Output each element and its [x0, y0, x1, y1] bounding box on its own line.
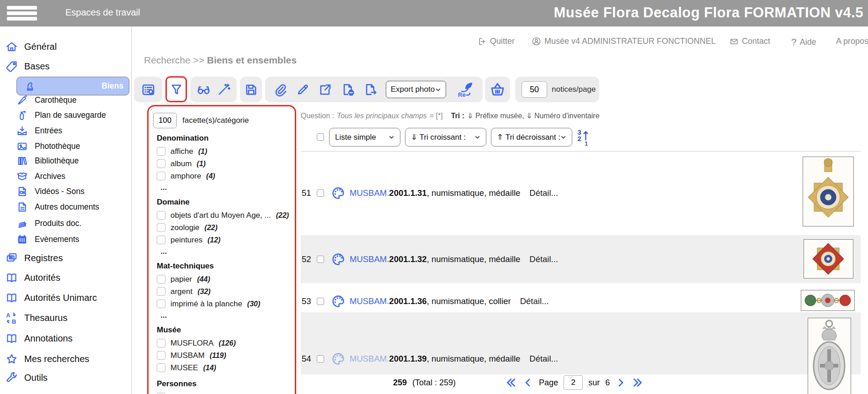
sort-descending-select[interactable]: ⇑ Tri décroissant :	[491, 128, 572, 147]
facet-item[interactable]: MUSEE(14)	[157, 362, 295, 374]
notices-per-page-input[interactable]	[522, 81, 547, 98]
facet-item[interactable]: album(1)	[157, 158, 295, 170]
sidebar-item-autorites[interactable]: Autorités	[5, 270, 60, 285]
filter-facets-button-highlighted[interactable]	[165, 76, 187, 102]
facet-checkbox[interactable]	[157, 351, 165, 360]
facet-item[interactable]: amphore(4)	[157, 170, 295, 182]
facet-checkbox[interactable]	[157, 147, 165, 156]
next-page-button[interactable]	[615, 377, 626, 388]
facet-item[interactable]: peintures(12)	[157, 234, 295, 246]
facet-checkbox[interactable]	[157, 223, 165, 232]
page-number-input[interactable]	[564, 375, 583, 390]
open-external-button[interactable]	[318, 83, 332, 97]
last-page-button[interactable]	[632, 377, 644, 389]
contact-link[interactable]: Contact	[730, 37, 770, 46]
sidebar-item-outils[interactable]: Outils	[5, 370, 48, 385]
sidebar-item-entrees[interactable]: Entrées	[16, 123, 62, 138]
facet-checkbox[interactable]	[157, 339, 165, 347]
list-mode-select[interactable]: Liste simple	[329, 128, 400, 147]
facet-checkbox[interactable]	[157, 172, 165, 180]
sidebar-item-evenements[interactable]: Evènements	[16, 231, 79, 247]
re-index-button[interactable]: Re	[454, 79, 474, 100]
attach-button[interactable]	[273, 83, 288, 97]
sidebar-item-produits-doc[interactable]: Produits doc.	[16, 215, 81, 231]
facet-item[interactable]: zoologie(22)	[157, 221, 295, 234]
photo-icon	[16, 141, 28, 152]
first-page-button[interactable]	[505, 377, 517, 389]
sort-ascending-select[interactable]: ⇓ Tri croissant :	[405, 128, 486, 147]
facet-checkbox[interactable]	[157, 299, 165, 308]
record-thumbnail-collier[interactable]	[801, 290, 855, 311]
glasses-view-button[interactable]	[196, 82, 211, 97]
hamburger-menu-icon[interactable]	[7, 6, 37, 21]
facet-more-link[interactable]: ...	[160, 183, 295, 192]
record-link[interactable]: MUSBAM.	[350, 254, 389, 264]
previous-page-button[interactable]	[522, 377, 533, 388]
detail-link[interactable]: Détail...	[529, 254, 558, 264]
record-thumbnail-medal[interactable]	[803, 157, 854, 226]
detail-link[interactable]: Détail...	[529, 188, 558, 198]
record-link[interactable]: MUSBAM.	[350, 354, 389, 363]
palette-icon[interactable]	[331, 352, 345, 366]
quit-link[interactable]: Quitter	[478, 37, 515, 46]
facet-item[interactable]: argent(32)	[157, 285, 295, 298]
sidebar-item-autorites-unimarc[interactable]: Autorités Unimarc	[5, 290, 97, 305]
record-thumbnail-medal[interactable]	[808, 318, 851, 394]
facet-checkbox[interactable]	[157, 275, 165, 284]
facet-checkbox[interactable]	[157, 363, 165, 372]
row-checkbox[interactable]	[317, 256, 324, 263]
facet-checkbox[interactable]	[157, 236, 165, 244]
help-link[interactable]: ? Aide	[791, 37, 816, 47]
record-link[interactable]: MUSBAM.	[350, 296, 389, 306]
record-link[interactable]: MUSBAM.	[350, 188, 389, 198]
palette-icon[interactable]	[331, 186, 345, 200]
palette-icon[interactable]	[331, 252, 345, 266]
workspace-label[interactable]: Espaces de travail	[65, 7, 140, 18]
numeric-sort-icon[interactable]: 321	[577, 129, 591, 146]
print-page-button[interactable]	[341, 83, 355, 97]
save-button[interactable]	[244, 83, 258, 97]
sidebar-item-mes-recherches[interactable]: Mes recherches	[5, 351, 89, 367]
about-link[interactable]: A propos	[836, 37, 868, 46]
facet-item[interactable]: Imprimerie Minerve(30)	[157, 391, 295, 394]
sidebar-item-bases[interactable]: Bases	[5, 58, 50, 74]
result-list-search-button[interactable]	[141, 83, 155, 97]
facet-checkbox[interactable]	[157, 211, 165, 220]
sidebar-item-plan-sauvegarde[interactable]: Plan de sauvegarde	[16, 107, 106, 123]
sidebar-item-archives[interactable]: Archives	[16, 168, 65, 184]
facet-more-link[interactable]: ...	[160, 247, 295, 256]
sidebar-item-bibliotheque[interactable]: Bibliothèque	[16, 153, 79, 168]
select-all-checkbox[interactable]	[317, 133, 324, 141]
facet-item[interactable]: MUSBAM(119)	[157, 349, 295, 362]
sidebar-item-general[interactable]: Général	[5, 39, 57, 54]
facet-item[interactable]: affiche(1)	[157, 145, 295, 158]
facet-item[interactable]: papier(44)	[157, 273, 295, 285]
basket-button[interactable]	[490, 82, 506, 98]
detail-link[interactable]: Détail...	[529, 354, 558, 364]
edit-button[interactable]	[296, 83, 310, 97]
export-page-button[interactable]	[363, 83, 378, 97]
detail-link[interactable]: Détail...	[520, 296, 549, 306]
row-checkbox[interactable]	[317, 298, 324, 305]
sidebar-item-videos-sons[interactable]: Vidéos - Sons	[16, 184, 85, 199]
record-thumbnail-medal[interactable]	[804, 239, 853, 278]
sidebar-item-annotations[interactable]: Annotations	[5, 331, 73, 346]
sidebar-item-carotheque[interactable]: Carothèque	[16, 92, 76, 108]
facet-more-link[interactable]: ...	[160, 311, 295, 320]
magic-wand-button[interactable]	[217, 83, 231, 97]
facet-checkbox[interactable]	[157, 159, 165, 168]
row-checkbox[interactable]	[317, 189, 324, 197]
facet-item[interactable]: MUSFLORA(126)	[157, 337, 295, 349]
palette-icon[interactable]	[331, 294, 345, 308]
facet-item[interactable]: imprimé à la planche(30)	[157, 298, 295, 310]
sidebar-item-registres[interactable]: Registres	[5, 250, 63, 266]
row-checkbox[interactable]	[317, 355, 324, 362]
sidebar-item-autres-documents[interactable]: Autres documents	[16, 199, 99, 215]
facet-count-input[interactable]	[153, 113, 177, 128]
export-photo-select[interactable]: Export photo	[386, 81, 446, 98]
sidebar-item-thesaurus[interactable]: AB Thesaurus	[5, 310, 68, 326]
sidebar-item-phototheque[interactable]: Photothèque	[16, 138, 80, 154]
user-menu[interactable]: Musée v4 ADMINISTRATEUR FONCTIONNEL	[532, 37, 716, 46]
facet-item[interactable]: objets d'art du Moyen Age, ...(22)	[157, 209, 295, 221]
facet-checkbox[interactable]	[157, 287, 165, 296]
